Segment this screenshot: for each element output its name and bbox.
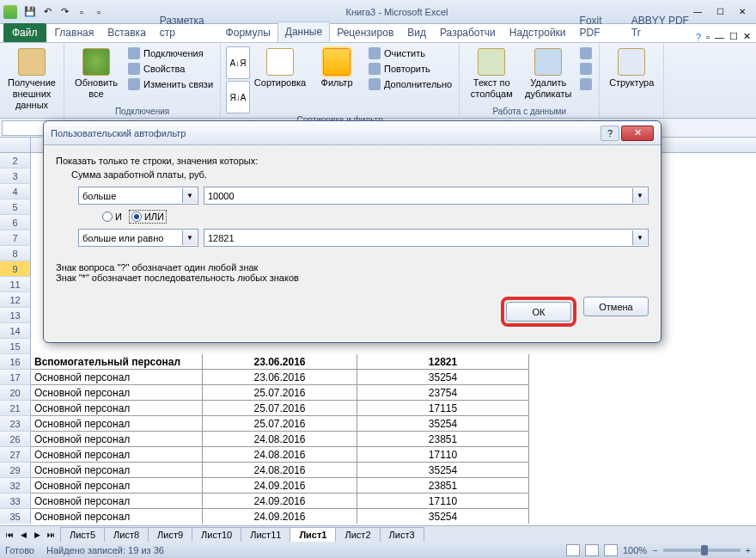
doc-min-icon[interactable]: — (715, 32, 724, 42)
cell[interactable]: Основной персонал (31, 401, 203, 416)
tab-insert[interactable]: Вставка (101, 23, 153, 42)
qat-icon[interactable]: ▫ (74, 4, 89, 20)
cell[interactable]: 25.07.2016 (203, 385, 357, 401)
view-break-button[interactable] (604, 544, 618, 556)
redo-icon[interactable]: ↷ (57, 4, 72, 20)
cell[interactable]: 17110 (357, 494, 529, 509)
row-header[interactable]: 23 (0, 416, 31, 432)
undo-icon[interactable]: ↶ (40, 4, 55, 20)
data-tool-2[interactable] (578, 62, 594, 76)
cell[interactable]: 35254 (357, 509, 529, 524)
edit-links-button[interactable]: Изменить связи (126, 77, 215, 91)
dialog-help-button[interactable]: ? (601, 126, 619, 141)
first-sheet-icon[interactable]: ⏮ (3, 529, 15, 541)
sheet-tab[interactable]: Лист8 (104, 527, 149, 542)
tab-addins[interactable]: Надстройки (503, 23, 573, 42)
ribbon-min-icon[interactable]: ▫ (706, 32, 710, 42)
sheet-tab[interactable]: Лист11 (241, 527, 290, 542)
ok-button[interactable]: ОК (506, 302, 571, 322)
row-header[interactable]: 11 (0, 277, 31, 292)
reapply-button[interactable]: Повторить (367, 62, 454, 76)
row-header[interactable]: 21 (0, 401, 31, 416)
row-header[interactable]: 12 (0, 292, 31, 308)
advanced-filter-button[interactable]: Дополнительно (367, 77, 454, 91)
view-layout-button[interactable] (585, 544, 599, 556)
sheet-tab[interactable]: Лист3 (380, 527, 424, 542)
help-icon[interactable]: ? (696, 32, 701, 42)
remove-duplicates-button[interactable]: Удалить дубликаты (521, 46, 575, 101)
sheet-tab[interactable]: Лист2 (335, 527, 380, 542)
cell[interactable]: 35254 (357, 463, 529, 478)
cell[interactable]: 17115 (357, 401, 529, 416)
value2-combo[interactable]: 12821▼ (204, 229, 649, 247)
text-to-columns-button[interactable]: Текст по столбцам (465, 46, 518, 101)
filter-button[interactable]: Фильтр (310, 46, 363, 90)
tab-abbyy[interactable]: ABBYY PDF Tr (625, 11, 696, 42)
value1-combo[interactable]: 10000▼ (204, 187, 649, 205)
data-tool-1[interactable] (578, 46, 594, 60)
chevron-down-icon[interactable]: ▼ (182, 230, 197, 245)
sort-za-button[interactable]: Я↓А (226, 81, 250, 113)
cell[interactable]: 24.09.2016 (203, 478, 357, 494)
clear-filter-button[interactable]: Очистить (367, 46, 454, 60)
tab-foxit[interactable]: Foxit PDF (573, 11, 625, 42)
cell[interactable]: Основной персонал (31, 385, 203, 401)
row-header[interactable]: 9 (0, 261, 31, 277)
cell[interactable]: Основной персонал (31, 432, 203, 447)
row-header[interactable]: 33 (0, 494, 31, 509)
row-header[interactable]: 32 (0, 478, 31, 494)
row-header[interactable]: 3 (0, 169, 31, 184)
sheet-tab[interactable]: Лист5 (60, 527, 105, 542)
connections-button[interactable]: Подключения (126, 46, 215, 60)
select-all-corner[interactable] (0, 138, 31, 152)
row-header[interactable]: 15 (0, 339, 31, 354)
dialog-close-button[interactable]: ✕ (621, 126, 654, 141)
cell[interactable]: 24.08.2016 (203, 447, 357, 463)
properties-button[interactable]: Свойства (126, 62, 215, 76)
zoom-out-button[interactable]: − (652, 545, 657, 555)
cell[interactable]: Основной персонал (31, 494, 203, 509)
tab-dev[interactable]: Разработчи (433, 23, 503, 42)
sheet-tab[interactable]: Лист1 (290, 527, 336, 542)
cell[interactable]: Основной персонал (31, 416, 203, 432)
zoom-slider[interactable] (663, 549, 741, 552)
outline-button[interactable]: Структура (605, 46, 658, 90)
tab-home[interactable]: Главная (48, 23, 101, 42)
cell[interactable]: Основной персонал (31, 463, 203, 478)
cell[interactable]: 23851 (357, 478, 529, 494)
prev-sheet-icon[interactable]: ◀ (17, 529, 29, 541)
maximize-button[interactable]: ☐ (710, 4, 730, 20)
cell[interactable]: 35254 (357, 370, 529, 385)
zoom-in-button[interactable]: + (746, 545, 751, 555)
sheet-tab[interactable]: Лист9 (148, 527, 192, 542)
sheet-tab[interactable]: Лист10 (192, 527, 241, 542)
chevron-down-icon[interactable]: ▼ (632, 188, 647, 203)
row-header[interactable]: 20 (0, 385, 31, 401)
row-header[interactable]: 6 (0, 215, 31, 230)
row-header[interactable]: 16 (0, 354, 31, 370)
row-header[interactable]: 5 (0, 199, 31, 215)
logic-and-radio[interactable]: И (102, 212, 122, 222)
logic-or-radio[interactable]: ИЛИ (129, 210, 167, 224)
row-header[interactable]: 8 (0, 246, 31, 261)
doc-close-icon[interactable]: ✕ (743, 31, 751, 42)
operator2-combo[interactable]: больше или равно▼ (78, 229, 198, 247)
cell[interactable]: 23.06.2016 (203, 354, 357, 370)
sort-button[interactable]: Сортировка (253, 46, 307, 90)
tab-layout[interactable]: Разметка стр (153, 11, 219, 42)
cell[interactable]: Основной персонал (31, 370, 203, 385)
cell[interactable]: 23851 (357, 432, 529, 447)
cell[interactable]: 24.09.2016 (203, 494, 357, 509)
cell[interactable]: 25.07.2016 (203, 416, 357, 432)
cell[interactable]: Основной персонал (31, 509, 203, 524)
external-data-button[interactable]: Получение внешних данных (5, 46, 58, 113)
cell[interactable]: 24.08.2016 (203, 432, 357, 447)
tab-review[interactable]: Рецензиров (330, 23, 400, 42)
cell[interactable]: 23.06.2016 (203, 370, 357, 385)
last-sheet-icon[interactable]: ⏭ (45, 529, 57, 541)
tab-data[interactable]: Данные (277, 21, 330, 42)
sort-az-button[interactable]: А↓Я (226, 46, 250, 79)
operator1-combo[interactable]: больше▼ (78, 187, 198, 205)
chevron-down-icon[interactable]: ▼ (182, 188, 197, 203)
cell[interactable]: 17110 (357, 447, 529, 463)
